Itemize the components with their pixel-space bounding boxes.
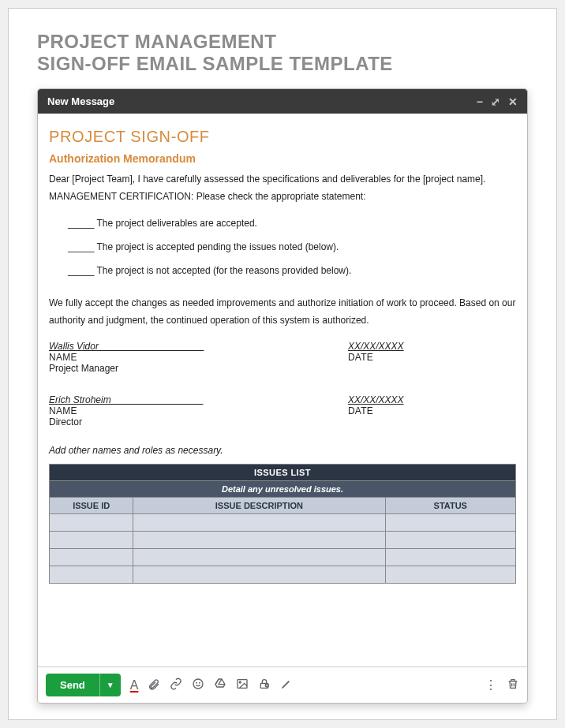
col-issue-description: ISSUE DESCRIPTION bbox=[133, 497, 385, 513]
svg-point-4 bbox=[240, 681, 241, 683]
email-compose-window: New Message − ⤢ ✕ PROJECT SIGN-OFF Autho… bbox=[37, 88, 528, 704]
email-header-title: New Message bbox=[47, 95, 114, 107]
delete-icon[interactable] bbox=[507, 678, 519, 693]
close-icon[interactable]: ✕ bbox=[508, 96, 518, 107]
signature-role: Director bbox=[49, 416, 348, 427]
send-dropdown[interactable]: ▼ bbox=[99, 674, 121, 696]
more-icon[interactable]: ⋮ bbox=[485, 679, 497, 692]
body-heading: PROJECT SIGN-OFF bbox=[49, 128, 516, 146]
issues-title: ISSUES LIST bbox=[50, 464, 516, 480]
signature-row-2: Erich Stroheim NAME Director XX/XX/XXXX … bbox=[49, 394, 516, 434]
signature-name-label: NAME bbox=[49, 405, 348, 416]
table-row bbox=[50, 548, 516, 566]
check-option: The project is accepted pending the issu… bbox=[68, 240, 516, 254]
title-line1: PROJECT MANAGEMENT bbox=[37, 31, 528, 53]
minimize-icon[interactable]: − bbox=[477, 96, 483, 107]
attach-icon[interactable] bbox=[148, 678, 160, 693]
table-row bbox=[50, 531, 516, 548]
send-button[interactable]: Send ▼ bbox=[46, 674, 121, 696]
email-header: New Message − ⤢ ✕ bbox=[38, 89, 527, 114]
title-line2: SIGN-OFF EMAIL SAMPLE TEMPLATE bbox=[37, 53, 528, 75]
certification-options: The project deliverables are accepted. T… bbox=[68, 216, 516, 287]
expand-icon[interactable]: ⤢ bbox=[491, 96, 500, 107]
svg-point-2 bbox=[200, 682, 200, 683]
signature-name: Erich Stroheim bbox=[49, 394, 348, 405]
email-header-controls: − ⤢ ✕ bbox=[477, 96, 518, 107]
issues-subtitle: Detail any unresolved issues. bbox=[50, 480, 516, 497]
pen-icon[interactable] bbox=[280, 678, 293, 693]
toolbar-left: Send ▼ A bbox=[46, 674, 293, 696]
authorization-paragraph: We fully accept the changes as needed im… bbox=[49, 295, 516, 329]
svg-point-1 bbox=[196, 682, 197, 683]
signature-name: Wallis Vidor bbox=[49, 341, 348, 352]
table-row bbox=[50, 566, 516, 583]
body-subheading: Authorization Memorandum bbox=[49, 152, 516, 165]
svg-point-0 bbox=[193, 679, 203, 689]
link-icon[interactable] bbox=[170, 678, 182, 693]
confidential-icon[interactable] bbox=[258, 678, 271, 693]
check-option: The project deliverables are accepted. bbox=[68, 216, 516, 230]
intro-paragraph: Dear [Project Team], I have carefully as… bbox=[49, 171, 516, 205]
additional-names-note: Add other names and roles as necessary. bbox=[49, 445, 516, 456]
signature-role: Project Manager bbox=[49, 363, 348, 374]
toolbar-right: ⋮ bbox=[485, 678, 519, 693]
email-body: PROJECT SIGN-OFF Authorization Memorandu… bbox=[38, 114, 527, 666]
check-option: The project is not accepted (for the rea… bbox=[68, 263, 516, 278]
send-button-label[interactable]: Send bbox=[46, 674, 99, 696]
signature-row-1: Wallis Vidor NAME Project Manager XX/XX/… bbox=[49, 341, 516, 380]
font-format-icon[interactable]: A bbox=[130, 679, 139, 692]
col-issue-id: ISSUE ID bbox=[50, 497, 133, 513]
signature-date: XX/XX/XXXX bbox=[348, 341, 516, 352]
drive-icon[interactable] bbox=[214, 678, 226, 693]
image-icon[interactable] bbox=[236, 678, 249, 693]
col-status: STATUS bbox=[385, 497, 515, 513]
signature-name-label: NAME bbox=[49, 352, 348, 363]
signature-date-label: DATE bbox=[348, 352, 516, 363]
signature-date-label: DATE bbox=[348, 405, 516, 416]
table-row bbox=[50, 513, 516, 531]
signature-date: XX/XX/XXXX bbox=[348, 394, 516, 405]
emoji-icon[interactable] bbox=[192, 678, 204, 693]
page-title: PROJECT MANAGEMENT SIGN-OFF EMAIL SAMPLE… bbox=[37, 31, 528, 74]
issues-table: ISSUES LIST Detail any unresolved issues… bbox=[49, 464, 516, 584]
email-toolbar: Send ▼ A bbox=[38, 666, 527, 703]
document-page: PROJECT MANAGEMENT SIGN-OFF EMAIL SAMPLE… bbox=[8, 8, 557, 720]
